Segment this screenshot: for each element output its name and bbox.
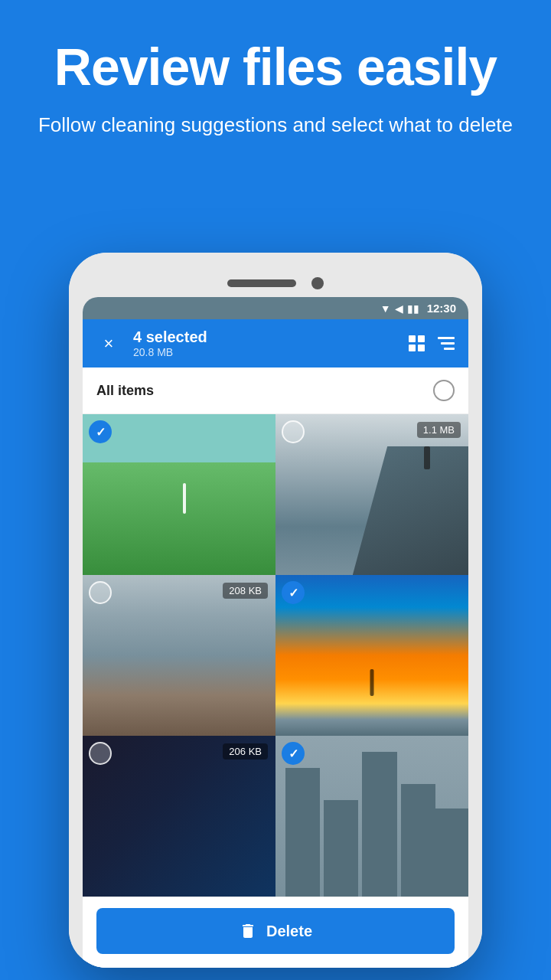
app-toolbar: × 4 selected 20.8 MB <box>83 319 468 368</box>
select-all-button[interactable] <box>433 380 455 401</box>
camera <box>311 277 324 289</box>
selection-info: 4 selected 20.8 MB <box>133 328 396 358</box>
hero-section: Review files easily Follow cleaning sugg… <box>0 38 551 139</box>
checkbox-3[interactable] <box>89 581 112 604</box>
checkbox-6[interactable] <box>282 742 305 765</box>
all-items-label: All items <box>96 383 154 399</box>
phone-notch <box>83 266 468 297</box>
sort-icon <box>438 337 455 351</box>
svg-rect-4 <box>438 337 455 339</box>
grid-view-button[interactable] <box>409 335 425 352</box>
all-items-row: All items <box>83 368 468 414</box>
photo-item-1[interactable] <box>83 414 276 575</box>
wifi-icon: ▼ <box>380 302 391 315</box>
checkbox-2[interactable] <box>282 420 305 443</box>
phone-shell: ▼ ◀ ▮▮ 12:30 × 4 selected 20.8 MB <box>69 253 482 968</box>
battery-icon: ▮▮ <box>407 302 419 315</box>
phone-mockup: ▼ ◀ ▮▮ 12:30 × 4 selected 20.8 MB <box>69 253 482 968</box>
svg-rect-1 <box>418 335 425 342</box>
toolbar-actions <box>409 335 455 352</box>
svg-rect-0 <box>409 335 416 342</box>
svg-rect-2 <box>409 345 416 351</box>
checkbox-5[interactable] <box>89 742 112 765</box>
photo-item-5[interactable]: 206 KB <box>83 736 276 897</box>
phone-wrapper: ▼ ◀ ▮▮ 12:30 × 4 selected 20.8 MB <box>69 253 482 968</box>
delete-label: Delete <box>266 923 312 940</box>
delete-button[interactable]: Delete <box>96 908 455 954</box>
hero-subtitle: Follow cleaning suggestions and select w… <box>23 111 528 139</box>
file-size-5: 206 KB <box>223 743 268 760</box>
checkbox-4[interactable] <box>282 581 305 604</box>
status-icons: ▼ ◀ ▮▮ <box>380 302 419 315</box>
selected-size: 20.8 MB <box>133 346 396 358</box>
sort-button[interactable] <box>438 337 455 351</box>
status-bar: ▼ ◀ ▮▮ 12:30 <box>83 297 468 319</box>
svg-rect-6 <box>444 348 455 350</box>
signal-icon: ◀ <box>395 302 403 315</box>
svg-rect-3 <box>418 345 425 351</box>
grid-icon <box>409 335 425 352</box>
photo-item-4[interactable] <box>276 575 468 736</box>
delete-bar: Delete <box>83 897 468 968</box>
hero-title: Review files easily <box>23 38 528 96</box>
photo-item-3[interactable]: 208 KB <box>83 575 276 736</box>
checkbox-1[interactable] <box>89 420 112 443</box>
selected-count: 4 selected <box>133 328 396 346</box>
close-button[interactable]: × <box>96 332 121 356</box>
speaker <box>227 279 296 287</box>
file-size-2: 1.1 MB <box>417 422 461 438</box>
file-size-3: 208 KB <box>223 583 268 599</box>
photo-grid: 1.1 MB 208 KB <box>83 414 468 897</box>
status-time: 12:30 <box>427 302 456 315</box>
svg-rect-5 <box>441 342 455 345</box>
close-icon: × <box>104 334 114 354</box>
photo-item-2[interactable]: 1.1 MB <box>276 414 468 575</box>
photo-item-6[interactable] <box>276 736 468 897</box>
phone-screen: ▼ ◀ ▮▮ 12:30 × 4 selected 20.8 MB <box>83 297 468 968</box>
trash-icon <box>239 922 257 940</box>
